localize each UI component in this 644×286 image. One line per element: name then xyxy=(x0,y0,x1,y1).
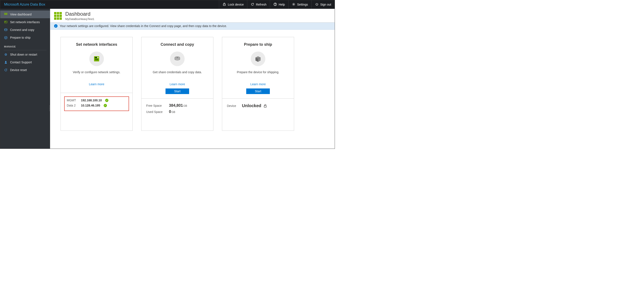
sidebar-heading-manage: MANAGE xyxy=(0,42,50,49)
free-space-label: Free Space xyxy=(146,104,167,107)
nic-icon xyxy=(89,52,104,66)
info-text: Your network settings are configured. Vi… xyxy=(60,24,227,28)
network-interfaces-highlight: MGMT 192.168.100.10 Data 2 10.128.46.195 xyxy=(64,96,129,111)
main-content: Dashboard MyDataBoxHeavyTest1 i Your net… xyxy=(50,9,335,148)
sidebar-item-device-reset[interactable]: Device reset xyxy=(0,66,50,74)
info-icon: i xyxy=(54,24,58,28)
card-description: Get share credentials and copy data. xyxy=(146,70,209,75)
sidebar-item-label: Prepare to ship xyxy=(10,36,30,39)
card-connect-copy: Connect and copy Get share credentials a… xyxy=(141,37,214,131)
svg-point-2 xyxy=(275,5,276,5)
card-title: Set network interfaces xyxy=(65,42,128,47)
help-label: Help xyxy=(279,3,285,6)
svg-rect-11 xyxy=(5,22,6,22)
svg-point-12 xyxy=(4,29,7,30)
sidebar-resize-handle[interactable] xyxy=(49,106,51,111)
svg-rect-17 xyxy=(98,57,98,58)
interface-label: Data 2 xyxy=(67,104,79,107)
learn-more-link[interactable]: Learn more xyxy=(146,82,209,86)
lock-device-label: Lock device xyxy=(228,3,244,6)
reset-icon xyxy=(4,68,8,72)
card-title: Connect and copy xyxy=(146,42,209,47)
sidebar: View dashboard Set network interfaces Co… xyxy=(0,9,50,148)
sidebar-item-contact-support[interactable]: Contact Support xyxy=(0,58,50,66)
lock-icon xyxy=(222,2,226,7)
lock-device-button[interactable]: Lock device xyxy=(219,0,247,9)
svg-rect-9 xyxy=(6,14,7,15)
signout-label: Sign out xyxy=(320,3,331,6)
page-subtitle: MyDataBoxHeavyTest1 xyxy=(65,18,94,20)
brand-title: Microsoft Azure Data Box xyxy=(0,2,45,7)
grid-icon xyxy=(4,13,8,16)
svg-rect-4 xyxy=(4,13,5,14)
start-button[interactable]: Start xyxy=(246,88,270,94)
device-state-value: Unlocked xyxy=(242,103,267,108)
network-row-mgmt: MGMT 192.168.100.10 xyxy=(67,98,126,102)
help-button[interactable]: Help xyxy=(270,0,288,9)
learn-more-link[interactable]: Learn more xyxy=(65,82,128,86)
check-icon xyxy=(105,99,108,102)
device-label: Device xyxy=(227,104,240,108)
start-button[interactable]: Start xyxy=(166,88,189,94)
card-description: Prepare the device for shipping. xyxy=(226,70,290,75)
info-bar: i Your network settings are configured. … xyxy=(50,22,335,30)
dashboard-cards: Set network interfaces Verify or configu… xyxy=(50,30,335,138)
page-header: Dashboard MyDataBoxHeavyTest1 xyxy=(50,9,335,22)
sidebar-item-connect-copy[interactable]: Connect and copy xyxy=(0,26,50,34)
sidebar-item-label: Shut down or restart xyxy=(10,53,37,56)
svg-rect-5 xyxy=(5,13,6,14)
free-space-row: Free Space 384,801GB xyxy=(146,103,208,108)
svg-point-3 xyxy=(293,4,294,4)
app-header: Microsoft Azure Data Box Lock device Ref… xyxy=(0,0,335,9)
settings-label: Settings xyxy=(297,3,308,6)
learn-more-link[interactable]: Learn more xyxy=(226,82,290,86)
gear-outline-icon xyxy=(4,53,8,56)
free-space-value: 384,801GB xyxy=(169,103,187,108)
svg-rect-18 xyxy=(95,59,98,59)
dashboard-grid-icon xyxy=(54,12,62,20)
sidebar-item-network[interactable]: Set network interfaces xyxy=(0,18,50,26)
card-prepare-ship: Prepare to ship Prepare the device for s… xyxy=(222,37,294,131)
svg-rect-16 xyxy=(95,57,97,58)
used-space-value: 0GB xyxy=(169,110,175,114)
sidebar-item-label: Device reset xyxy=(10,68,27,72)
check-icon xyxy=(104,104,107,107)
help-icon xyxy=(274,2,277,7)
disk-icon xyxy=(4,28,8,32)
network-icon xyxy=(4,20,8,24)
gear-icon xyxy=(292,2,296,7)
network-row-data2: Data 2 10.128.46.195 xyxy=(67,104,126,107)
svg-rect-19 xyxy=(95,60,98,60)
sidebar-item-label: View dashboard xyxy=(10,13,32,16)
svg-rect-6 xyxy=(6,13,7,14)
interface-label: MGMT xyxy=(67,98,79,102)
page-title: Dashboard xyxy=(65,11,94,17)
svg-point-14 xyxy=(5,61,6,62)
sidebar-item-shutdown[interactable]: Shut down or restart xyxy=(0,51,50,58)
card-network-interfaces: Set network interfaces Verify or configu… xyxy=(60,37,133,131)
used-space-label: Used Space xyxy=(146,110,167,114)
signout-button[interactable]: Sign out xyxy=(312,0,335,9)
refresh-label: Refresh xyxy=(256,3,266,6)
refresh-button[interactable]: Refresh xyxy=(247,0,270,9)
card-title: Prepare to ship xyxy=(226,42,290,47)
svg-rect-0 xyxy=(223,4,226,6)
sidebar-item-label: Set network interfaces xyxy=(10,20,40,24)
svg-point-13 xyxy=(5,54,6,55)
interface-ip: 192.168.100.10 xyxy=(81,98,102,102)
support-icon xyxy=(4,60,8,64)
disk-stack-icon xyxy=(170,52,184,66)
sidebar-item-dashboard[interactable]: View dashboard xyxy=(0,10,50,18)
card-description: Verify or configure network settings. xyxy=(65,70,128,75)
sidebar-item-prepare-ship[interactable]: Prepare to ship xyxy=(0,34,50,42)
settings-button[interactable]: Settings xyxy=(288,0,312,9)
package-icon xyxy=(4,36,8,39)
interface-ip: 10.128.46.195 xyxy=(81,104,100,107)
svg-rect-8 xyxy=(5,14,6,15)
svg-point-23 xyxy=(177,57,178,58)
sidebar-item-label: Connect and copy xyxy=(10,28,34,32)
used-space-row: Used Space 0GB xyxy=(146,110,208,114)
svg-rect-7 xyxy=(4,14,5,15)
refresh-icon xyxy=(251,2,254,7)
box-icon xyxy=(251,52,265,66)
